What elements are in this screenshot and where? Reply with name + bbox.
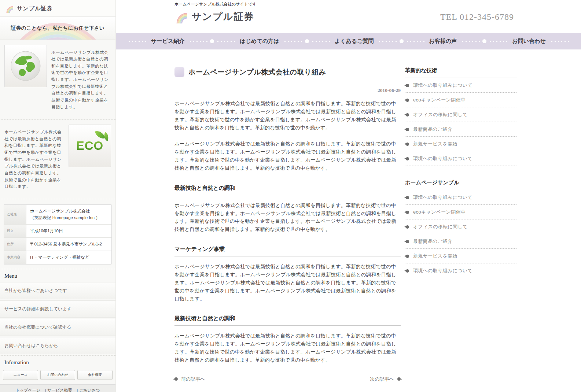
news-button[interactable]: ニュース [3,370,38,380]
row-header: 会社名 [4,205,26,224]
news-link[interactable]: ecoキャンペーン開催中 [405,93,517,107]
row-header: 事業内容 [4,251,26,264]
section-heading: 最新技術と自然との調和 [174,315,401,326]
balloon-left-icon [174,377,178,381]
news-link[interactable]: 新規サービスを開始 [405,137,517,151]
company-name: ホームページサンプル株式会社 [30,208,100,214]
phone-number: TEL 012-345-6789 [440,12,514,22]
table-row: 住所 〒012-3456 見本県見本市サンプル1-2 [4,238,111,251]
news-link[interactable]: オフィスの移転に関して [405,219,517,234]
nav-dots-divider [550,41,569,42]
article: ホームページサンプル株式会社の取り組み 2010-06-29 ホームページサンプ… [174,67,401,382]
right-section-title: ホームページサンプル [405,179,517,190]
rainbow-icon [5,4,14,13]
balloon-bullet-icon [406,196,409,199]
news-link-label: 新規サービスを開始 [413,141,457,147]
news-link-label: オフィスの移転に関して [413,223,468,230]
nav-item-contact[interactable]: お問い合わせ [510,38,548,45]
right-sidebar-section-sample: ホームページサンプル 環境への取り組みについて ecoキャンペーン開催中 オフィ… [405,179,517,278]
news-link-label: 新規サービスを開始 [413,253,457,259]
balloon-bullet-icon [406,240,409,243]
nav-item-voice[interactable]: お客様の声 [427,38,459,45]
row-value: 平成10年1月10日 [26,225,66,237]
article-date: 2010-06-29 [174,88,401,93]
content-area: ホームページサンプル株式会社の取り組み 2010-06-29 ホームページサンプ… [116,49,581,382]
section-paragraph: ホームページサンプル株式会社では最新技術と自然との調和を目指します。革新的な技術… [174,332,401,364]
company-button[interactable]: 会社概要 [77,370,113,380]
nav-dots-divider [406,41,425,42]
news-link-label: 環境への取り組みについて [413,82,472,89]
balloon-right-icon [397,377,401,381]
sidebar-catchphrase: 証券のことなら、私たちにお任せ下さい [0,17,115,32]
balloon-bullet-icon [406,255,409,258]
news-link[interactable]: 環境への取り組みについて [405,190,517,205]
menu-item-contact[interactable]: お問い合わせはこちらから [0,337,115,354]
nav-item-faq[interactable]: よくあるご質問 [332,38,376,45]
balloon-bullet-icon [406,128,409,131]
next-article-label: 次の記事へ [370,376,394,382]
prev-article-label: 前の記事へ [181,376,205,382]
balloon-bullet-icon [406,99,409,102]
news-link[interactable]: 新規サービスを開始 [405,249,517,263]
balloon-bullet-icon [406,225,409,229]
nav-item-beginners[interactable]: はじめての方は [238,38,281,45]
news-link-label: ecoキャンペーン開催中 [413,209,466,215]
heading-square-icon [174,67,184,77]
company-info-table: 会社名 ホームページサンプル株式会社 （英語表記 Homepage sample… [4,204,112,264]
table-row: 設立 平成10年1月10日 [4,225,111,238]
menu-item-company[interactable]: 当社の会社概要について確認する [0,319,115,336]
footer-link-top[interactable]: トップページ [15,388,40,392]
left-sidebar: サンプル証券 証券のことなら、私たちにお任せ下さい [0,0,116,392]
nav-dots-divider [216,41,235,42]
sidebar-about-section-1: ホームページサンプル株式会社では最新技術と自然との調和を目指します。革新的な技術… [0,40,115,120]
right-sidebar-section-news: 革新的な技術 環境への取り組みについて ecoキャンペーン開催中 オフィスの移転… [405,67,517,166]
news-link[interactable]: 環境への取り組みについて [405,78,517,93]
nav-dots-divider [283,41,302,42]
balloon-bullet-icon [406,143,409,146]
row-header: 設立 [4,225,26,237]
balloon-bullet-icon [406,113,409,117]
news-link-label: 環境への取り組みについて [413,194,472,201]
news-link[interactable]: 最新商品のご紹介 [405,122,517,137]
sidebar-banner: 証券のことなら、私たちにお任せ下さい [0,17,115,40]
site-logo-label: サンプル証券 [192,10,254,23]
next-article-link[interactable]: 次の記事へ [370,376,401,382]
nav-dots-divider [489,41,508,42]
nav-circle-icon [210,39,214,43]
sidebar-about-section-2: ホームページサンプル株式会社では最新技術と自然との調和を目指します。革新的な技術… [0,120,115,200]
menu-item-greeting[interactable]: 当社から皆様へごあいさつです [0,282,115,299]
nav-dots-divider [311,41,330,42]
nav-circle-icon [305,39,309,43]
menu-item-service[interactable]: サービスの詳細を解説しています [0,300,115,318]
news-link[interactable]: ecoキャンペーン開催中 [405,205,517,219]
footer-link-greeting[interactable]: ｜ごあいさつ [75,388,100,392]
section-heading: マーケティング事業 [174,246,401,256]
news-link[interactable]: 環境への取り組みについて [405,263,517,278]
prev-article-link[interactable]: 前の記事へ [174,376,205,382]
site-logo[interactable]: サンプル証券 [174,10,254,23]
site-tagline: ホームページサンプル株式会社のサイトです [174,1,257,7]
article-paragraph: ホームページサンプル株式会社では最新技術と自然との調和を目指します。革新的な技術… [174,100,401,132]
nav-item-service[interactable]: サービス紹介 [149,38,187,45]
nav-dots-divider [461,41,480,42]
nav-dots-divider [128,41,147,42]
eco-label: ECO [76,139,104,153]
row-value: ホームページサンプル株式会社 （英語表記 Homepage sample Inc… [26,205,103,224]
news-link-label: 環境への取り組みについて [413,267,472,274]
news-link[interactable]: 環境への取り組みについて [405,151,517,166]
row-value: IT・マーケティング・福祉など [26,251,93,264]
article-pager: 前の記事へ 次の記事へ [174,376,401,382]
sidebar-footer-links: トップページ ｜サービス概要 ｜ごあいさつ [0,384,115,392]
page: サンプル証券 証券のことなら、私たちにお任せ下さい [0,0,581,392]
information-title: Infomation [0,355,115,369]
news-link-label: オフィスの移転に関して [413,111,468,118]
section-heading: 最新技術と自然との調和 [174,185,401,195]
rainbow-icon [174,10,188,23]
news-link-label: 最新商品のご紹介 [413,126,452,133]
news-link[interactable]: 最新商品のご紹介 [405,234,517,249]
article-title-row: ホームページサンプル株式会社の取り組み [174,67,401,82]
contact-button[interactable]: お問い合わせ [40,370,76,380]
news-link[interactable]: オフィスの移転に関して [405,107,517,122]
right-section-title: 革新的な技術 [405,67,517,78]
footer-link-service[interactable]: ｜サービス概要 [44,388,72,392]
